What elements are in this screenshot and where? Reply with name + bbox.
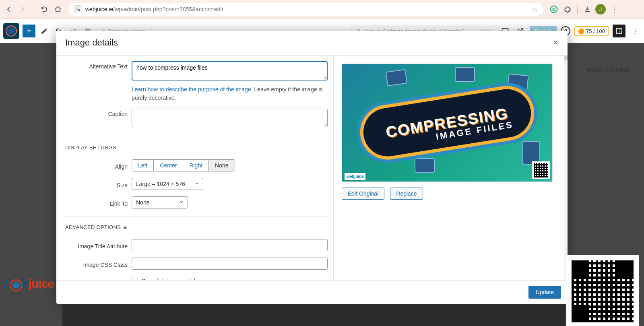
extensions-icon[interactable]: [562, 4, 573, 15]
profile-avatar[interactable]: J: [595, 4, 606, 14]
align-none-button[interactable]: None: [209, 160, 234, 171]
caption-label: Caption: [65, 109, 128, 117]
alt-help-link[interactable]: Learn how to describe the purpose of the…: [132, 86, 251, 93]
modal-title: Image details: [65, 37, 118, 48]
title-attr-input[interactable]: [132, 239, 328, 251]
device-icon: [386, 69, 408, 87]
caption-input[interactable]: [132, 109, 328, 127]
align-label: Align: [65, 161, 128, 170]
caret-up-icon: [123, 226, 127, 229]
url-text: webjuice.ie/wp-admin/post.php?post=2855&…: [85, 6, 532, 12]
wp-logo[interactable]: [3, 23, 19, 39]
title-attr-label: Image Title Attribute: [65, 241, 128, 250]
size-label: Size: [65, 180, 128, 188]
site-info-icon[interactable]: [74, 5, 82, 13]
align-left-button[interactable]: Left: [132, 160, 154, 171]
link-to-select[interactable]: None: [132, 196, 188, 208]
replace-button[interactable]: Replace: [390, 188, 423, 200]
modal-scrollbar[interactable]: [564, 56, 568, 280]
update-button[interactable]: Update: [528, 286, 561, 299]
bottom-strip: [62, 304, 566, 326]
browser-toolbar: webjuice.ie/wp-admin/post.php?post=2855&…: [0, 0, 644, 19]
link-to-label: Link To: [65, 198, 128, 207]
address-bar[interactable]: webjuice.ie/wp-admin/post.php?post=2855&…: [68, 3, 543, 16]
css-class-label: Image CSS Class: [65, 260, 128, 268]
settings-panel-toggle[interactable]: [613, 25, 625, 37]
grammarly-icon[interactable]: [548, 4, 559, 15]
align-right-button[interactable]: Right: [183, 160, 209, 171]
edit-original-button[interactable]: Edit Original: [342, 188, 384, 200]
size-select[interactable]: Large – 1024 × 576: [132, 178, 203, 190]
device-icon: [455, 67, 475, 82]
svg-rect-1: [78, 10, 80, 11]
page-qr-code: [566, 255, 639, 326]
wp-more-icon[interactable]: ⋮: [630, 25, 641, 37]
background-text: WordPress editor.: [586, 66, 631, 73]
add-block-button[interactable]: +: [23, 25, 35, 37]
css-class-input[interactable]: [132, 258, 328, 270]
bookmark-icon[interactable]: ☆: [532, 6, 538, 13]
image-settings-panel: Alternative Text how to compress image f…: [56, 56, 333, 280]
edit-tool-icon[interactable]: [39, 25, 50, 37]
svg-rect-0: [77, 8, 78, 9]
seo-score-badge[interactable]: 🟠 75 / 100: [574, 26, 609, 36]
svg-rect-4: [616, 28, 622, 34]
open-new-tab-label: Open link in a new tab: [141, 278, 197, 280]
device-icon: [415, 158, 435, 173]
advanced-options-toggle[interactable]: ADVANCED OPTIONS: [65, 224, 328, 230]
home-button[interactable]: [52, 4, 64, 15]
sidebar-close-icon[interactable]: ✕: [630, 49, 636, 58]
back-button[interactable]: [3, 4, 14, 15]
open-new-tab-checkbox[interactable]: [132, 278, 138, 280]
webjuice-logo: wbjuice: [2, 277, 54, 291]
reload-button[interactable]: [39, 4, 50, 15]
modal-close-icon[interactable]: ✕: [553, 38, 559, 47]
image-details-modal: Image details ✕ Alternative Text how to …: [56, 31, 568, 304]
forward-button[interactable]: [17, 4, 28, 15]
align-center-button[interactable]: Center: [154, 160, 183, 171]
chrome-menu-icon[interactable]: ⋮: [608, 5, 620, 14]
alt-text-input[interactable]: how to compress image files: [132, 61, 328, 80]
align-button-group: Left Center Right None: [132, 159, 235, 171]
alt-help-text: Learn how to describe the purpose of the…: [132, 85, 328, 102]
preview-panel: COMPRESSING IMAGE FIILES webjuice Edit O…: [333, 56, 568, 280]
alt-text-label: Alternative Text: [65, 61, 128, 70]
svg-point-2: [551, 6, 557, 13]
preview-brand: webjuice: [345, 173, 365, 180]
downloads-icon[interactable]: [582, 4, 593, 15]
display-settings-heading: DISPLAY SETTINGS: [65, 144, 328, 151]
preview-qr-code: [532, 161, 550, 179]
image-preview: COMPRESSING IMAGE FIILES webjuice: [342, 64, 553, 182]
